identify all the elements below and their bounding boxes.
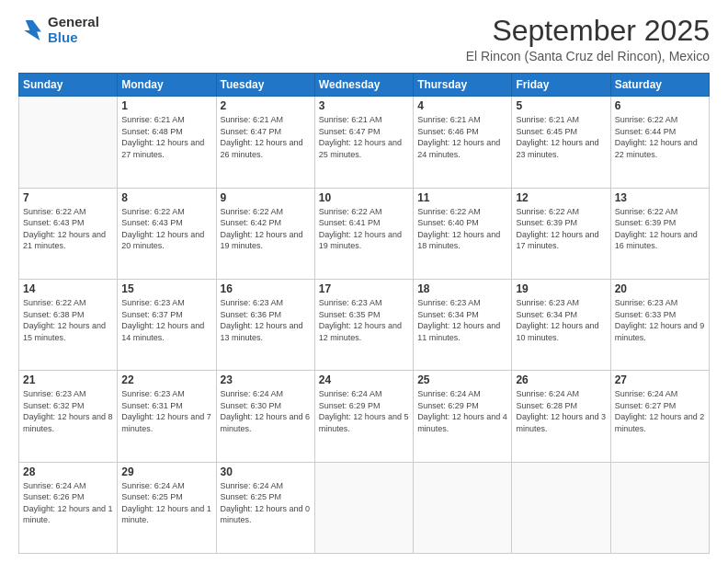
day-number: 28 [23, 465, 113, 478]
table-row [512, 462, 610, 553]
day-info: Sunrise: 6:23 AMSunset: 6:33 PMDaylight:… [615, 297, 705, 343]
day-info: Sunrise: 6:22 AMSunset: 6:44 PMDaylight:… [615, 114, 705, 160]
col-friday: Friday [512, 74, 610, 97]
day-number: 12 [516, 191, 606, 204]
table-row: 4Sunrise: 6:21 AMSunset: 6:46 PMDaylight… [414, 97, 512, 188]
table-row: 8Sunrise: 6:22 AMSunset: 6:43 PMDaylight… [118, 188, 216, 279]
table-row: 5Sunrise: 6:21 AMSunset: 6:45 PMDaylight… [512, 97, 610, 188]
logo-text: General Blue [48, 15, 99, 45]
table-row: 28Sunrise: 6:24 AMSunset: 6:26 PMDayligh… [19, 462, 118, 553]
day-number: 8 [121, 191, 211, 204]
title-block: September 2025 El Rincon (Santa Cruz del… [466, 15, 710, 63]
day-info: Sunrise: 6:24 AMSunset: 6:29 PMDaylight:… [417, 388, 507, 434]
day-info: Sunrise: 6:24 AMSunset: 6:25 PMDaylight:… [221, 480, 311, 526]
col-wednesday: Wednesday [314, 74, 413, 97]
day-number: 11 [417, 191, 507, 204]
table-row [19, 97, 118, 188]
day-number: 25 [417, 373, 507, 386]
day-info: Sunrise: 6:23 AMSunset: 6:36 PMDaylight:… [221, 297, 311, 343]
table-row [414, 462, 512, 553]
table-row: 3Sunrise: 6:21 AMSunset: 6:47 PMDaylight… [314, 97, 413, 188]
day-info: Sunrise: 6:21 AMSunset: 6:47 PMDaylight:… [319, 114, 409, 160]
day-number: 30 [221, 465, 311, 478]
day-number: 16 [221, 282, 311, 295]
table-row: 22Sunrise: 6:23 AMSunset: 6:31 PMDayligh… [118, 371, 216, 462]
day-number: 18 [417, 282, 507, 295]
logo-icon [18, 17, 44, 43]
day-number: 4 [417, 99, 507, 112]
day-number: 7 [23, 191, 113, 204]
day-number: 29 [121, 465, 211, 478]
table-row: 23Sunrise: 6:24 AMSunset: 6:30 PMDayligh… [216, 371, 314, 462]
day-info: Sunrise: 6:23 AMSunset: 6:31 PMDaylight:… [121, 388, 211, 434]
col-saturday: Saturday [610, 74, 709, 97]
logo-blue-text: Blue [48, 30, 99, 46]
day-info: Sunrise: 6:22 AMSunset: 6:38 PMDaylight:… [23, 297, 113, 343]
day-number: 26 [516, 373, 606, 386]
table-row: 16Sunrise: 6:23 AMSunset: 6:36 PMDayligh… [216, 279, 314, 370]
calendar-week-row: 7Sunrise: 6:22 AMSunset: 6:43 PMDaylight… [19, 188, 710, 279]
calendar-week-row: 21Sunrise: 6:23 AMSunset: 6:32 PMDayligh… [19, 371, 710, 462]
table-row: 9Sunrise: 6:22 AMSunset: 6:42 PMDaylight… [216, 188, 314, 279]
table-row: 11Sunrise: 6:22 AMSunset: 6:40 PMDayligh… [414, 188, 512, 279]
calendar-week-row: 1Sunrise: 6:21 AMSunset: 6:48 PMDaylight… [19, 97, 710, 188]
table-row: 15Sunrise: 6:23 AMSunset: 6:37 PMDayligh… [118, 279, 216, 370]
day-number: 10 [319, 191, 409, 204]
day-number: 9 [221, 191, 311, 204]
table-row: 13Sunrise: 6:22 AMSunset: 6:39 PMDayligh… [610, 188, 709, 279]
day-number: 3 [319, 99, 409, 112]
col-thursday: Thursday [414, 74, 512, 97]
day-number: 23 [221, 373, 311, 386]
table-row: 17Sunrise: 6:23 AMSunset: 6:35 PMDayligh… [314, 279, 413, 370]
day-number: 19 [516, 282, 606, 295]
day-info: Sunrise: 6:23 AMSunset: 6:34 PMDaylight:… [516, 297, 606, 343]
table-row: 10Sunrise: 6:22 AMSunset: 6:41 PMDayligh… [314, 188, 413, 279]
day-info: Sunrise: 6:24 AMSunset: 6:29 PMDaylight:… [319, 388, 409, 434]
day-number: 5 [516, 99, 606, 112]
logo: General Blue [18, 15, 99, 45]
logo-general-text: General [48, 15, 99, 30]
day-info: Sunrise: 6:24 AMSunset: 6:30 PMDaylight:… [221, 388, 311, 434]
page: General Blue September 2025 El Rincon (S… [0, 0, 728, 563]
table-row: 29Sunrise: 6:24 AMSunset: 6:25 PMDayligh… [118, 462, 216, 553]
day-info: Sunrise: 6:24 AMSunset: 6:28 PMDaylight:… [516, 388, 606, 434]
table-row: 18Sunrise: 6:23 AMSunset: 6:34 PMDayligh… [414, 279, 512, 370]
day-info: Sunrise: 6:22 AMSunset: 6:43 PMDaylight:… [23, 206, 113, 252]
month-title: September 2025 [466, 15, 710, 47]
header: General Blue September 2025 El Rincon (S… [18, 15, 710, 63]
day-info: Sunrise: 6:22 AMSunset: 6:41 PMDaylight:… [319, 206, 409, 252]
day-info: Sunrise: 6:21 AMSunset: 6:48 PMDaylight:… [121, 114, 211, 160]
calendar-table: Sunday Monday Tuesday Wednesday Thursday… [18, 73, 710, 554]
table-row: 25Sunrise: 6:24 AMSunset: 6:29 PMDayligh… [414, 371, 512, 462]
day-info: Sunrise: 6:23 AMSunset: 6:32 PMDaylight:… [23, 388, 113, 434]
calendar-week-row: 28Sunrise: 6:24 AMSunset: 6:26 PMDayligh… [19, 462, 710, 553]
day-info: Sunrise: 6:22 AMSunset: 6:40 PMDaylight:… [417, 206, 507, 252]
table-row: 24Sunrise: 6:24 AMSunset: 6:29 PMDayligh… [314, 371, 413, 462]
day-number: 15 [121, 282, 211, 295]
calendar-header-row: Sunday Monday Tuesday Wednesday Thursday… [19, 74, 710, 97]
day-info: Sunrise: 6:23 AMSunset: 6:34 PMDaylight:… [417, 297, 507, 343]
day-info: Sunrise: 6:24 AMSunset: 6:27 PMDaylight:… [615, 388, 705, 434]
table-row: 19Sunrise: 6:23 AMSunset: 6:34 PMDayligh… [512, 279, 610, 370]
day-number: 24 [319, 373, 409, 386]
day-info: Sunrise: 6:23 AMSunset: 6:37 PMDaylight:… [121, 297, 211, 343]
table-row [610, 462, 709, 553]
table-row: 14Sunrise: 6:22 AMSunset: 6:38 PMDayligh… [19, 279, 118, 370]
table-row: 21Sunrise: 6:23 AMSunset: 6:32 PMDayligh… [19, 371, 118, 462]
col-sunday: Sunday [19, 74, 118, 97]
day-number: 22 [121, 373, 211, 386]
day-info: Sunrise: 6:22 AMSunset: 6:39 PMDaylight:… [516, 206, 606, 252]
day-number: 1 [121, 99, 211, 112]
day-number: 14 [23, 282, 113, 295]
day-number: 13 [615, 191, 705, 204]
table-row: 26Sunrise: 6:24 AMSunset: 6:28 PMDayligh… [512, 371, 610, 462]
day-info: Sunrise: 6:21 AMSunset: 6:45 PMDaylight:… [516, 114, 606, 160]
day-number: 27 [615, 373, 705, 386]
location-title: El Rincon (Santa Cruz del Rincon), Mexic… [466, 49, 710, 63]
table-row [314, 462, 413, 553]
table-row: 2Sunrise: 6:21 AMSunset: 6:47 PMDaylight… [216, 97, 314, 188]
calendar-week-row: 14Sunrise: 6:22 AMSunset: 6:38 PMDayligh… [19, 279, 710, 370]
day-number: 6 [615, 99, 705, 112]
table-row: 27Sunrise: 6:24 AMSunset: 6:27 PMDayligh… [610, 371, 709, 462]
day-info: Sunrise: 6:22 AMSunset: 6:42 PMDaylight:… [221, 206, 311, 252]
